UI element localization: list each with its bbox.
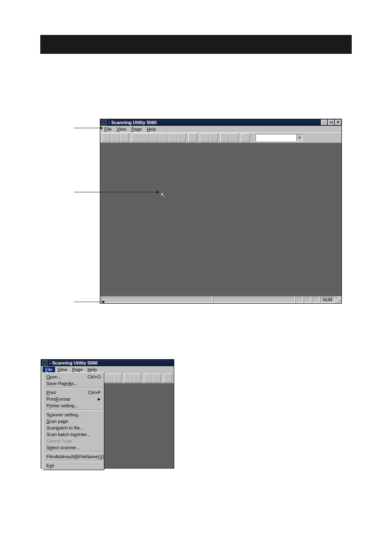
next-page-icon[interactable] — [229, 133, 238, 142]
actual-size-icon[interactable] — [113, 374, 122, 383]
menu-item-filmaddressii-filename-v[interactable]: FilmAddressII@FileName(V) — [44, 453, 103, 460]
window-title: - Scanning Utility 5060 — [108, 120, 157, 125]
callout-line — [74, 192, 158, 192]
fit-window-icon[interactable] — [141, 133, 150, 142]
open-icon[interactable] — [102, 133, 111, 142]
fit-width-icon[interactable] — [131, 133, 141, 142]
menu-item-scan-page[interactable]: Scan page — [44, 418, 103, 425]
menu-view[interactable]: View — [55, 367, 70, 372]
print-icon[interactable] — [124, 374, 133, 383]
menu-item-scan-batch-to-printer[interactable]: Scan batch to printer... — [44, 431, 103, 438]
print-icon[interactable] — [200, 133, 209, 142]
status-pane-message — [101, 297, 212, 303]
menu-item-print-format[interactable]: Print Format▶ — [44, 396, 103, 402]
app-window-menu-open: - Scanning Utility 5060 FileViewPageHelp… — [41, 359, 174, 469]
menu-item-save-page-as[interactable]: Save Page As... — [44, 380, 103, 387]
maximize-button[interactable]: ▭ — [328, 120, 334, 125]
zoom-in-icon[interactable] — [150, 133, 159, 142]
chevron-down-icon[interactable]: ▾ — [296, 134, 302, 141]
document-area — [103, 383, 174, 468]
prev-page-icon[interactable] — [144, 374, 152, 383]
status-pane-5 — [312, 297, 319, 303]
next-page-icon[interactable] — [152, 374, 161, 383]
menu-view[interactable]: View — [114, 126, 129, 132]
printer-setup-icon[interactable] — [133, 374, 141, 383]
minimize-button[interactable]: _ — [321, 120, 327, 125]
scan-icon[interactable] — [120, 133, 129, 142]
zoom-combo[interactable]: ▾ — [256, 134, 302, 141]
menu-bar: FileViewPageHelp — [41, 366, 174, 373]
about-icon[interactable] — [241, 133, 250, 142]
actual-size-icon[interactable] — [177, 133, 186, 142]
resize-grip[interactable] — [336, 297, 341, 303]
menu-page[interactable]: Page — [129, 126, 144, 132]
file-menu-dropdown: Open...Ctrl+OSave Page As...PrintCtrl+PP… — [43, 372, 104, 470]
document-area: ↖ — [100, 143, 341, 296]
menu-file[interactable]: File — [102, 126, 114, 132]
window-title: - Scanning Utility 5060 — [49, 360, 97, 365]
zoom-tool-icon[interactable] — [104, 374, 113, 383]
mouse-cursor: ↖ — [160, 191, 167, 199]
menu-item-scan-batch-to-file[interactable]: Scan batch to file... — [44, 425, 103, 431]
menu-help[interactable]: Help — [85, 367, 99, 372]
status-numlock: NUM — [320, 297, 335, 303]
status-pane-3 — [295, 297, 303, 303]
toolbar — [103, 373, 174, 383]
menu-page[interactable]: Page — [69, 367, 85, 372]
menu-item-printer-setting[interactable]: Printer setting... — [44, 402, 103, 409]
menu-item-exit[interactable]: Exit — [44, 462, 103, 469]
status-pane-2 — [213, 297, 295, 303]
callout-line — [74, 302, 104, 302]
status-pane-4 — [304, 297, 311, 303]
toolbar: ▾ — [100, 132, 341, 143]
rotate-icon[interactable] — [188, 133, 197, 142]
callout-line — [74, 128, 102, 128]
zoom-out-icon[interactable] — [159, 133, 168, 142]
menu-help[interactable]: Help — [144, 126, 159, 132]
app-window: - Scanning Utility 5060 _ ▭ ✕ FileViewPa… — [100, 119, 342, 304]
close-button[interactable]: ✕ — [335, 120, 341, 125]
app-icon — [42, 360, 48, 366]
menu-item-select-scanner[interactable]: Select scanner... — [44, 444, 103, 451]
menu-item-scanner-setting[interactable]: Scanner setting... — [44, 411, 103, 418]
save-icon[interactable] — [111, 133, 120, 142]
title-bar[interactable]: - Scanning Utility 5060 — [41, 360, 174, 366]
title-bar[interactable]: - Scanning Utility 5060 _ ▭ ✕ — [100, 119, 341, 126]
menu-item-cancel-scan: Cancel Scan — [44, 438, 103, 444]
prev-page-icon[interactable] — [220, 133, 229, 142]
status-bar: NUM — [100, 296, 341, 303]
zoom-tool-icon[interactable] — [168, 133, 177, 142]
about-icon[interactable] — [164, 374, 172, 383]
menu-item-print[interactable]: PrintCtrl+P — [44, 389, 103, 396]
menu-bar: FileViewPageHelp — [100, 126, 341, 132]
app-icon — [101, 120, 107, 125]
printer-setup-icon[interactable] — [209, 133, 218, 142]
menu-item-open[interactable]: Open...Ctrl+O — [44, 374, 103, 380]
menu-file[interactable]: File — [43, 367, 55, 372]
